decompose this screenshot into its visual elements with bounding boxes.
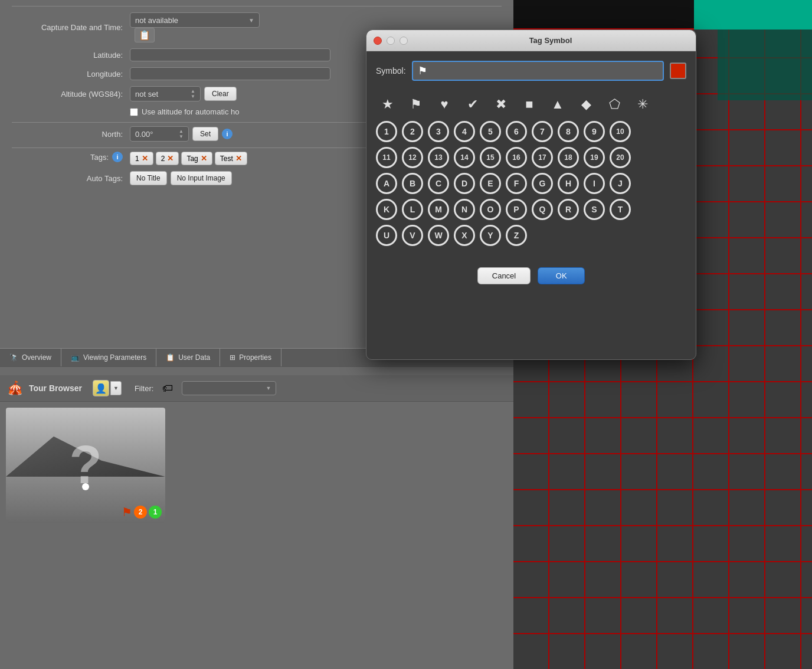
- circle-19[interactable]: 19: [584, 147, 605, 168]
- symbol-pentagon[interactable]: ⬠: [603, 93, 626, 116]
- symbol-input-box[interactable]: ⚑: [412, 61, 664, 81]
- tags-info-icon[interactable]: i: [112, 152, 123, 162]
- circle-7[interactable]: 7: [532, 121, 553, 142]
- tab-user-data[interactable]: 📋 User Data: [156, 349, 220, 366]
- circle-Z[interactable]: Z: [506, 225, 527, 246]
- circle-10[interactable]: 10: [610, 121, 631, 142]
- circle-U[interactable]: U: [376, 225, 397, 246]
- circle-6[interactable]: 6: [506, 121, 527, 142]
- circle-9[interactable]: 9: [584, 121, 605, 142]
- circle-20[interactable]: 20: [610, 147, 631, 168]
- circle-16[interactable]: 16: [506, 147, 527, 168]
- tag-remove-tag[interactable]: ✕: [201, 154, 207, 163]
- circle-1[interactable]: 1: [376, 121, 397, 142]
- circle-I[interactable]: I: [584, 173, 605, 194]
- user-dropdown-arrow[interactable]: ▼: [110, 381, 122, 395]
- circle-17[interactable]: 17: [532, 147, 553, 168]
- symbols-grid: ★ ⚑ ♥ ✔ ✖ ■ ▲ ◆ ⬠ ✳ 1 2 3 4 5 6 7 8: [376, 93, 686, 246]
- use-altitude-checkbox[interactable]: [130, 108, 138, 116]
- circle-4[interactable]: 4: [454, 121, 475, 142]
- user-icon-button[interactable]: 👤: [93, 380, 109, 396]
- calendar-icon-btn[interactable]: 📋: [135, 28, 155, 42]
- circle-C[interactable]: C: [428, 173, 449, 194]
- auto-tag-no-title[interactable]: No Title: [130, 171, 167, 185]
- badge-green-1: 1: [149, 506, 162, 519]
- circle-5[interactable]: 5: [480, 121, 501, 142]
- tag-chip-tag[interactable]: Tag ✕: [181, 152, 212, 165]
- circle-P[interactable]: P: [506, 199, 527, 220]
- circle-O[interactable]: O: [480, 199, 501, 220]
- fullscreen-traffic-light[interactable]: [400, 37, 408, 45]
- symbol-flag[interactable]: ⚑: [404, 93, 428, 116]
- circle-15[interactable]: 15: [480, 147, 501, 168]
- tag-chip-test[interactable]: Test ✕: [215, 152, 247, 165]
- circle-A[interactable]: A: [376, 173, 397, 194]
- green-corner: [718, 29, 812, 100]
- cancel-button[interactable]: Cancel: [477, 267, 531, 284]
- longitude-input[interactable]: [130, 67, 330, 80]
- circle-Y[interactable]: Y: [480, 225, 501, 246]
- circle-E[interactable]: E: [480, 173, 501, 194]
- tag-chip-2[interactable]: 2 ✕: [156, 152, 179, 165]
- capture-date-dropdown[interactable]: not available ▼: [130, 12, 260, 28]
- circle-K[interactable]: K: [376, 199, 397, 220]
- circle-H[interactable]: H: [558, 173, 579, 194]
- circle-W[interactable]: W: [428, 225, 449, 246]
- symbol-heart[interactable]: ♥: [433, 93, 456, 116]
- circle-F[interactable]: F: [506, 173, 527, 194]
- tab-overview[interactable]: 🔭 Overview: [0, 349, 61, 366]
- north-spinner-arrows[interactable]: ▲ ▼: [179, 129, 184, 139]
- close-traffic-light[interactable]: [374, 37, 382, 45]
- tab-viewing-params[interactable]: 📺 Viewing Parameters: [61, 349, 156, 366]
- circle-T[interactable]: T: [610, 199, 631, 220]
- circle-12[interactable]: 12: [402, 147, 423, 168]
- north-info-icon[interactable]: i: [222, 129, 233, 139]
- circle-13[interactable]: 13: [428, 147, 449, 168]
- altitude-label: Altitude (WGS84):: [12, 90, 130, 99]
- circle-N[interactable]: N: [454, 199, 475, 220]
- auto-tag-no-input[interactable]: No Input Image: [171, 171, 232, 185]
- tag-remove-test[interactable]: ✕: [235, 154, 242, 163]
- circle-8[interactable]: 8: [558, 121, 579, 142]
- circle-D[interactable]: D: [454, 173, 475, 194]
- tag-filter-icon-btn[interactable]: 🏷: [159, 380, 176, 396]
- filter-dropdown[interactable]: ▼: [182, 381, 276, 395]
- symbol-color-swatch[interactable]: [670, 63, 686, 79]
- circle-14[interactable]: 14: [454, 147, 475, 168]
- circle-V[interactable]: V: [402, 225, 423, 246]
- tag-remove-1[interactable]: ✕: [142, 154, 148, 163]
- circle-Q[interactable]: Q: [532, 199, 553, 220]
- symbol-asterisk[interactable]: ✳: [631, 93, 654, 116]
- latitude-input[interactable]: [130, 48, 330, 61]
- circle-18[interactable]: 18: [558, 147, 579, 168]
- altitude-spinner[interactable]: not set ▲ ▼: [130, 86, 201, 101]
- circle-X[interactable]: X: [454, 225, 475, 246]
- circle-M[interactable]: M: [428, 199, 449, 220]
- set-button[interactable]: Set: [192, 127, 218, 141]
- circle-J[interactable]: J: [610, 173, 631, 194]
- symbol-square[interactable]: ■: [518, 93, 541, 116]
- circle-2[interactable]: 2: [402, 121, 423, 142]
- symbol-x[interactable]: ✖: [489, 93, 513, 116]
- tour-thumbnail[interactable]: ? ⚑ 2 1: [6, 408, 165, 523]
- clear-button[interactable]: Clear: [204, 87, 237, 101]
- tab-properties[interactable]: ⊞ Properties: [220, 349, 281, 366]
- minimize-traffic-light[interactable]: [387, 37, 395, 45]
- ok-button[interactable]: OK: [538, 267, 585, 284]
- circle-G[interactable]: G: [532, 173, 553, 194]
- spinner-arrows[interactable]: ▲ ▼: [191, 88, 195, 99]
- symbol-diamond[interactable]: ◆: [574, 93, 598, 116]
- circle-R[interactable]: R: [558, 199, 579, 220]
- north-spinner[interactable]: 0.00° ▲ ▼: [130, 126, 189, 142]
- tag-remove-2[interactable]: ✕: [167, 154, 173, 163]
- circle-L[interactable]: L: [402, 199, 423, 220]
- tag-chip-1[interactable]: 1 ✕: [130, 152, 153, 165]
- symbol-checkmark[interactable]: ✔: [461, 93, 484, 116]
- circle-B[interactable]: B: [402, 173, 423, 194]
- symbol-star[interactable]: ★: [376, 93, 400, 116]
- circle-3[interactable]: 3: [428, 121, 449, 142]
- circle-S[interactable]: S: [584, 199, 605, 220]
- circle-11[interactable]: 11: [376, 147, 397, 168]
- use-altitude-checkbox-row[interactable]: Use altitude for automatic ho: [130, 107, 239, 116]
- symbol-triangle[interactable]: ▲: [546, 93, 569, 116]
